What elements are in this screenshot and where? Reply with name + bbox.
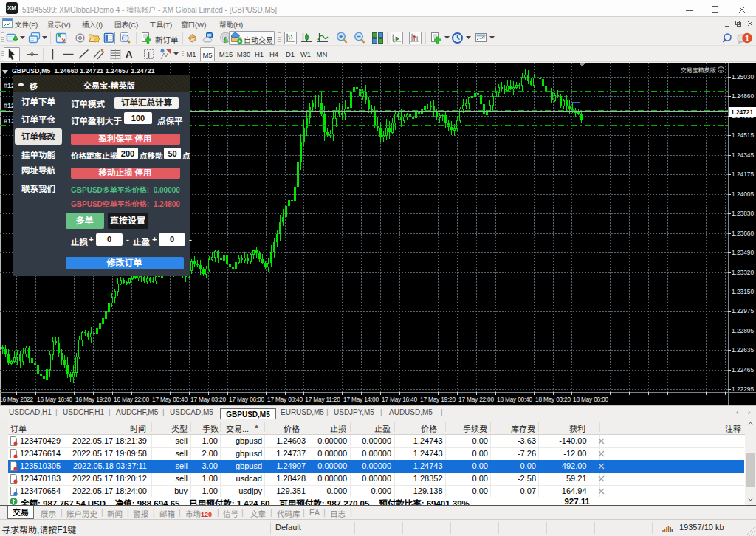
svg-text:16 May 22:00: 16 May 22:00 <box>114 396 149 403</box>
svg-text:1.22975: 1.22975 <box>732 307 754 315</box>
svg-text:1.25030: 1.25030 <box>732 73 754 80</box>
svg-text:1.24175: 1.24175 <box>732 171 754 178</box>
svg-text:1.24860: 1.24860 <box>732 92 754 100</box>
svg-text:17 May 16:40: 17 May 16:40 <box>382 396 417 403</box>
svg-text:1.22465: 1.22465 <box>732 366 754 374</box>
svg-text:1.22805: 1.22805 <box>732 327 754 334</box>
svg-text:16 May 2022: 16 May 2022 <box>0 396 33 403</box>
svg-text:T: T <box>146 51 151 59</box>
svg-text:17 May 14:00: 17 May 14:00 <box>343 396 379 403</box>
svg-text:1.24005: 1.24005 <box>732 190 754 198</box>
svg-text:1.23320: 1.23320 <box>732 269 754 276</box>
svg-text:1.24345: 1.24345 <box>732 151 754 159</box>
svg-text:18 May 00:40: 18 May 00:40 <box>497 396 532 403</box>
svg-text:1.24515: 1.24515 <box>732 131 754 139</box>
svg-text:16 May 19:20: 16 May 19:20 <box>75 396 111 403</box>
svg-text:18 May 03:20: 18 May 03:20 <box>535 396 571 403</box>
svg-text:1.22295: 1.22295 <box>732 385 754 393</box>
svg-text:1: 1 <box>745 34 749 43</box>
svg-text:17 May 19:20: 17 May 19:20 <box>420 396 456 403</box>
svg-text:1.23490: 1.23490 <box>732 249 754 256</box>
svg-text:1.23660: 1.23660 <box>732 230 754 237</box>
svg-text:16 May 16:40: 16 May 16:40 <box>37 396 72 403</box>
svg-text:17 May 00:40: 17 May 00:40 <box>152 396 188 403</box>
svg-text:1.23830: 1.23830 <box>732 210 754 217</box>
svg-text:1.24721: 1.24721 <box>731 109 753 116</box>
svg-text:17 May 22:00: 17 May 22:00 <box>458 396 494 403</box>
svg-text:17 May 03:20: 17 May 03:20 <box>190 396 226 403</box>
svg-text:17 May 06:00: 17 May 06:00 <box>229 396 264 403</box>
svg-text:18 May 06:00: 18 May 06:00 <box>573 396 608 403</box>
svg-text:17 May 08:40: 17 May 08:40 <box>267 396 303 403</box>
svg-text:17 May 11:20: 17 May 11:20 <box>305 396 340 403</box>
svg-text:1.22635: 1.22635 <box>732 346 754 354</box>
svg-text:1.23150: 1.23150 <box>732 288 754 295</box>
